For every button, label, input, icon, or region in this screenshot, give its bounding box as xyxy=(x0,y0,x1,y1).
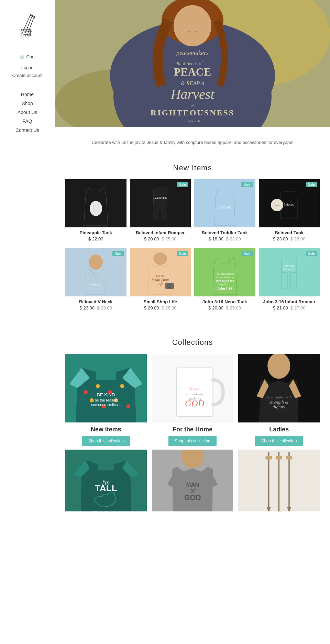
cart-link[interactable]: 🛒 Cart xyxy=(20,53,35,61)
create-account-link[interactable]: Create account xyxy=(12,71,42,79)
svg-text:scripture text: scripture text xyxy=(283,268,295,270)
product-name: Beloved V-Neck xyxy=(79,299,113,304)
logo[interactable]: A Quiver Full xyxy=(9,7,46,43)
login-link[interactable]: Log in xyxy=(21,64,33,71)
collection-kids[interactable]: I'm TALL T-Rex can't reach me xyxy=(65,450,147,511)
product-price: $ 21.00 $ 27.00 xyxy=(273,305,305,310)
svg-rect-45 xyxy=(226,190,229,195)
collection-image-kids: I'm TALL T-Rex can't reach me xyxy=(65,450,147,511)
svg-text:Life: Life xyxy=(157,282,163,286)
john316-neon-image: For God so loved the world that he gave … xyxy=(208,250,242,295)
svg-text:dignity: dignity xyxy=(273,404,285,409)
collection-name: Ladies xyxy=(269,426,289,433)
collection-men[interactable]: MAN OF GOD xyxy=(152,450,233,511)
product-pineapple-tank[interactable]: Pineapple Tank $ 22.00 xyxy=(65,179,126,241)
collection-for-home[interactable]: Savior extraordinary made by GOD For the… xyxy=(152,354,233,450)
cart-icon: 🛒 xyxy=(20,55,25,59)
svg-text:strength &: strength & xyxy=(270,399,289,405)
collection-image-jewelry xyxy=(238,450,320,511)
original-price: $ 27.00 xyxy=(290,305,305,310)
svg-text:Small Shop: Small Shop xyxy=(152,278,169,282)
svg-text:TALL: TALL xyxy=(95,483,117,493)
svg-text:beloved: beloved xyxy=(274,204,281,206)
svg-rect-87 xyxy=(176,368,213,417)
product-name: Pineapple Tank xyxy=(80,230,112,235)
romper-image: BELOVED xyxy=(145,181,176,226)
nav-shop[interactable]: Shop xyxy=(0,99,55,108)
svg-rect-42 xyxy=(161,205,167,221)
svg-point-61 xyxy=(168,284,171,287)
new-items-section: New Items xyxy=(55,163,330,310)
svg-text:be the reason: be the reason xyxy=(95,398,117,402)
product-beloved-toddler[interactable]: Sale beloved Beloved Toddler Tank $ 18.0… xyxy=(194,179,255,241)
svg-rect-44 xyxy=(221,190,224,195)
svg-text:MAN: MAN xyxy=(186,482,199,488)
svg-text:of: of xyxy=(191,103,194,107)
login-label: Log in xyxy=(21,65,33,70)
hero-section: peacemakers Plant Seeds of PEACE & REAP … xyxy=(55,0,330,127)
svg-point-53 xyxy=(89,255,103,270)
product-image-wrapper: Sale beloved xyxy=(65,248,126,296)
svg-text:& REAP A: & REAP A xyxy=(181,80,205,86)
product-image-wrapper: Sale beloved xyxy=(194,179,255,227)
product-price: $ 20.00 $ 28.00 xyxy=(144,305,176,310)
sale-badge: Sale xyxy=(112,251,123,256)
collection-new-items[interactable]: BE KIND be the reason someone smiles... … xyxy=(65,354,147,450)
shop-new-items-button[interactable]: Shop this collection xyxy=(82,436,130,446)
create-account-label: Create account xyxy=(12,73,42,78)
logo-icon: A Quiver Full xyxy=(12,10,43,38)
nav-about[interactable]: About Us xyxy=(0,108,55,117)
svg-text:John 3:16: John 3:16 xyxy=(218,287,232,290)
svg-text:she is clothed with: she is clothed with xyxy=(265,395,293,399)
svg-point-55 xyxy=(153,252,167,265)
nav-contact[interactable]: Contact Us xyxy=(0,126,55,135)
collection-jewelry[interactable] xyxy=(238,450,320,511)
collection-ladies[interactable]: she is clothed with strength & dignity L… xyxy=(238,354,320,450)
tagline-section: Celebrate with us the joy of Jesus & fam… xyxy=(55,127,330,150)
svg-rect-29 xyxy=(98,188,100,193)
product-beloved-tank[interactable]: Sale beloved beloved Beloved Tank xyxy=(259,179,320,241)
original-price: $ 28.00 xyxy=(97,305,112,310)
nav-faq[interactable]: FAQ xyxy=(0,117,55,126)
svg-text:John 3:16: John 3:16 xyxy=(284,264,295,267)
product-name: Small Shop Life xyxy=(143,299,177,304)
small-shop-image: live the Small Shop Life xyxy=(141,250,179,295)
product-small-shop[interactable]: Sale live the Small Shop Life xyxy=(130,248,191,310)
collection-image-men: MAN OF GOD xyxy=(152,450,233,511)
svg-text:only Son...: only Son... xyxy=(219,283,230,286)
toddler-tank-image: beloved xyxy=(209,181,240,226)
product-john316-romper[interactable]: Sale John 3:16 scripture text John 3:16 … xyxy=(259,248,320,310)
nav-home[interactable]: Home xyxy=(0,90,55,99)
hero-image: peacemakers Plant Seeds of PEACE & REAP … xyxy=(55,0,330,127)
product-beloved-romper[interactable]: Sale BELOVED Beloved Infant Romper $ 20.… xyxy=(130,179,191,241)
sale-badge: Sale xyxy=(306,251,317,256)
svg-rect-71 xyxy=(290,272,297,289)
product-john316-neon[interactable]: Sale For God so loved the world that he … xyxy=(194,248,255,310)
collection-image: Savior extraordinary made by GOD xyxy=(152,354,233,422)
svg-text:Savior: Savior xyxy=(189,386,200,391)
svg-text:RIGHTEOUSNESS: RIGHTEOUSNESS xyxy=(151,108,234,117)
svg-text:BELOVED: BELOVED xyxy=(153,196,167,200)
collection-name: For the Home xyxy=(173,426,212,433)
shop-ladies-button[interactable]: Shop this collection xyxy=(255,436,303,446)
svg-point-27 xyxy=(174,5,211,46)
product-name: Beloved Toddler Tank xyxy=(202,230,248,235)
products-grid-row2: Sale beloved Beloved V-Neck $ 23.00 $ 28… xyxy=(55,248,330,310)
original-price: $ 25.00 xyxy=(226,305,241,310)
original-price: $ 25.00 xyxy=(162,236,176,241)
svg-text:James 3:18: James 3:18 xyxy=(184,119,201,123)
product-name: John 3:16 Neon Tank xyxy=(202,299,247,304)
cart-label: Cart xyxy=(26,54,35,59)
product-price: $ 20.00 $ 25.00 xyxy=(209,305,241,310)
collections-section: Collections xyxy=(55,317,330,532)
shop-home-button[interactable]: Shop this collection xyxy=(168,436,216,446)
svg-text:Quiver: Quiver xyxy=(23,29,32,33)
sidebar-divider xyxy=(21,83,34,83)
cart-area[interactable]: 🛒 Cart xyxy=(20,53,35,61)
product-image-wrapper xyxy=(65,179,126,227)
svg-point-82 xyxy=(126,404,130,408)
svg-point-78 xyxy=(120,384,124,388)
svg-rect-112 xyxy=(276,456,282,459)
product-beloved-vneck[interactable]: Sale beloved Beloved V-Neck $ 23.00 $ 28… xyxy=(65,248,126,310)
sale-badge: Sale xyxy=(306,182,317,187)
